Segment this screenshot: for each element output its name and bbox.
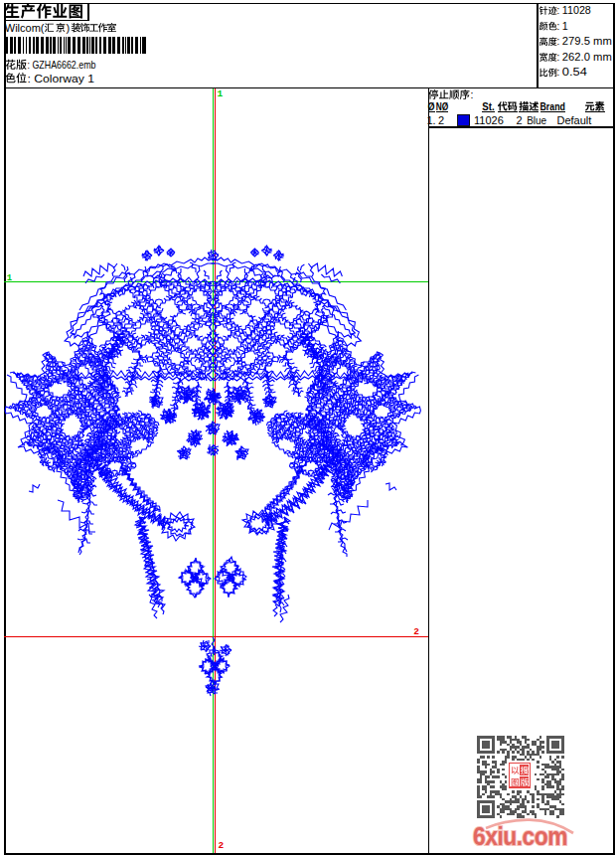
svg-text:: GZHA6662.emb: : GZHA6662.emb bbox=[28, 59, 96, 71]
svg-text::: : bbox=[557, 5, 560, 16]
svg-text:St.: St. bbox=[482, 100, 494, 112]
svg-text:Blue: Blue bbox=[527, 114, 546, 126]
svg-text:2: 2 bbox=[219, 840, 225, 851]
svg-text:6xiu.com: 6xiu.com bbox=[473, 822, 567, 850]
svg-text:2: 2 bbox=[516, 114, 522, 126]
svg-text:): ) bbox=[67, 22, 71, 34]
svg-text::: : bbox=[557, 21, 560, 32]
svg-text:279.5 mm: 279.5 mm bbox=[562, 35, 612, 47]
svg-text::: : bbox=[557, 52, 560, 63]
svg-text:Brand: Brand bbox=[540, 100, 565, 112]
svg-text:11026: 11026 bbox=[474, 114, 504, 126]
svg-text:2: 2 bbox=[438, 114, 444, 126]
svg-text::: : bbox=[557, 67, 560, 78]
svg-text:1.: 1. bbox=[427, 114, 436, 126]
svg-text:1: 1 bbox=[218, 88, 224, 99]
svg-text:NØ: NØ bbox=[436, 100, 449, 112]
svg-text:Default: Default bbox=[557, 114, 592, 126]
svg-text:11028: 11028 bbox=[562, 4, 591, 16]
svg-text:: Colorway 1: : Colorway 1 bbox=[28, 73, 95, 85]
svg-text:Wilcom(: Wilcom( bbox=[5, 22, 45, 34]
svg-text:1: 1 bbox=[7, 273, 13, 283]
svg-text:2: 2 bbox=[413, 626, 419, 637]
svg-text:0.54: 0.54 bbox=[562, 66, 587, 78]
svg-text:Ø: Ø bbox=[428, 100, 435, 112]
svg-text:1: 1 bbox=[562, 20, 568, 32]
svg-text::: : bbox=[557, 36, 560, 47]
svg-text::: : bbox=[471, 88, 474, 100]
svg-text:262.0 mm: 262.0 mm bbox=[562, 51, 612, 63]
